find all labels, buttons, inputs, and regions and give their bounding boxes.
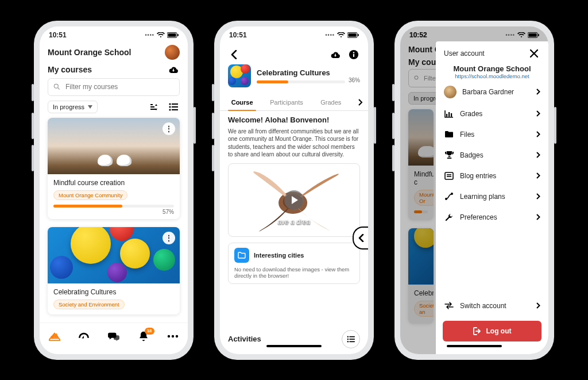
course-tag: Mount Orange Community [53,190,127,200]
cellular-icon: •••• [505,32,515,38]
menu-item-badges[interactable]: Badges [436,145,548,166]
svg-point-3 [54,84,58,88]
clock: 10:51 [229,31,247,39]
resource-card[interactable]: Interesting cities No need to download t… [228,243,360,284]
download-icon[interactable] [329,48,342,61]
svg-rect-6 [172,103,178,105]
menu-item-blog[interactable]: Blog entries [436,166,548,186]
course-card[interactable]: ⋮ Celebrating Cultures Society and Envir… [48,227,180,314]
svg-rect-10 [172,109,178,110]
play-icon[interactable] [284,190,304,210]
back-icon[interactable] [228,48,241,61]
info-icon[interactable] [347,48,360,61]
resource-desc: No need to download these images - view … [234,266,354,279]
switch-icon [444,301,454,311]
svg-line-4 [58,88,60,90]
progress-bar [257,80,345,83]
nav-dashboard-icon[interactable] [48,330,61,343]
svg-point-24 [347,338,349,339]
list-view-icon[interactable] [167,101,180,113]
phone-user-account: 10:52 Mount Or My cour Filte In progres … [394,21,554,360]
svg-point-12 [172,335,174,337]
status-icons: •••• [505,32,539,38]
chart-icon [444,109,454,119]
cellular-icon: •••• [325,32,335,38]
tab-course[interactable]: Course [220,94,264,110]
course-title: Mindful course creation [53,179,174,187]
trophy-icon [444,150,454,160]
svg-rect-25 [349,339,354,340]
video-caption: ave a drea [278,218,311,226]
svg-rect-34 [451,113,452,117]
svg-rect-33 [448,112,450,117]
blog-icon [444,171,454,181]
activities-list-icon[interactable] [342,330,360,348]
clock: 10:51 [49,31,67,39]
menu-item-preferences[interactable]: Preferences [436,207,548,228]
status-bar: 10:51 •••• [220,26,368,44]
search-icon [53,83,61,91]
nav-messages-icon[interactable] [107,330,120,343]
menu-item-grades[interactable]: Grades [436,103,548,124]
progress-label: 36% [349,77,360,83]
user-name: Barbara Gardner [462,88,514,96]
wifi-icon [337,32,345,38]
course-image: ⋮ [48,118,180,174]
chevron-down-icon [88,105,92,109]
school-url[interactable]: https://school.moodledemo.net [442,73,543,79]
menu-item-switch-account[interactable]: Switch account [436,295,548,316]
wifi-icon [517,32,525,38]
course-card[interactable]: ⋮ Mindful course creation Mount Orange C… [48,118,180,220]
svg-point-5 [169,103,171,105]
course-tabs: Course Participants Grades [220,94,368,111]
stage: 10:51 •••• Mount Orange School My course… [0,0,588,380]
search-input[interactable] [48,78,180,96]
cellular-icon: •••• [145,32,154,38]
video-card[interactable]: ave a drea [228,163,360,237]
avatar[interactable] [165,45,180,60]
tabs-next-icon[interactable] [353,99,368,106]
folder-icon [234,248,249,263]
card-menu-icon[interactable]: ⋮ [163,232,175,244]
tab-participants[interactable]: Participants [264,94,308,110]
logout-label: Log out [486,327,512,335]
notification-badge: 18 [145,328,154,335]
svg-rect-15 [349,33,357,37]
course-description: We are all from different communities bu… [228,128,360,159]
svg-point-13 [176,335,178,337]
svg-rect-8 [172,106,178,108]
svg-point-7 [169,106,171,108]
sort-icon[interactable] [148,101,160,113]
course-title: Celebrating Cultures [257,68,360,77]
menu-item-profile[interactable]: Barbara Gardner [436,80,548,103]
progress-bar [53,205,174,208]
logout-button[interactable]: Log out [443,321,541,341]
svg-rect-16 [358,34,359,36]
phone-course-detail: 10:51 •••• [214,21,374,360]
svg-rect-1 [168,33,176,37]
nav-notifications-icon[interactable]: 18 [137,330,150,343]
download-icon[interactable] [167,63,180,76]
app-title: Mount Orange School [48,48,131,57]
course-thumb [228,64,251,87]
nav-more-icon[interactable] [167,330,179,343]
sheet-title: User account [444,49,485,57]
close-icon[interactable] [528,47,540,60]
chevron-right-icon [536,89,540,95]
svg-point-11 [168,335,170,337]
battery-icon [347,32,359,38]
svg-rect-32 [446,114,447,117]
status-bar: 10:51 •••• [40,26,188,44]
tab-grades[interactable]: Grades [309,94,353,110]
search-field[interactable] [64,82,175,91]
route-icon [444,191,454,202]
card-menu-icon[interactable]: ⋮ [163,122,175,135]
filter-chip[interactable]: In progress [48,101,98,113]
video-thumbnail: ave a drea [233,168,355,232]
menu-item-files[interactable]: Files [436,124,548,145]
wrench-icon [444,212,454,222]
nav-speedometer-icon[interactable] [78,330,90,343]
svg-rect-35 [445,172,453,179]
drawer-handle-icon[interactable] [353,227,368,250]
menu-item-learning-plans[interactable]: Learning plans [436,186,548,207]
